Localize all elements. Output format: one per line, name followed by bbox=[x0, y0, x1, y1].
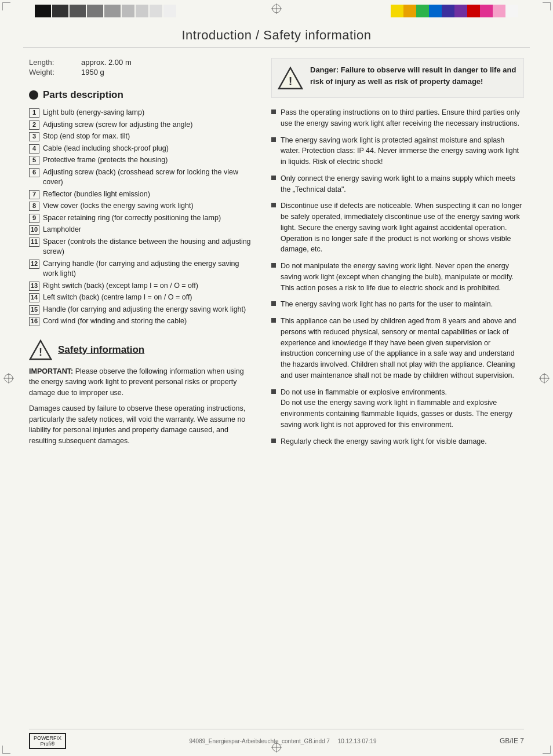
part-description: View cover (locks the energy saving work… bbox=[43, 201, 255, 211]
part-description: Right switch (back) (except lamp I = on … bbox=[43, 281, 255, 291]
safety-body: IMPORTANT: Please observe the following … bbox=[29, 366, 255, 447]
bullet-text: Only connect the energy saving work ligh… bbox=[281, 173, 524, 195]
list-item: 11Spacer (controls the distance between … bbox=[29, 237, 255, 257]
part-number: 1 bbox=[29, 108, 39, 118]
list-item: 3Stop (end stop for max. tilt) bbox=[29, 132, 255, 142]
list-item: 8View cover (locks the energy saving wor… bbox=[29, 201, 255, 211]
safety-important: IMPORTANT: Please observe the following … bbox=[29, 366, 255, 399]
list-item: 9Spacer retaining ring (for correctly po… bbox=[29, 213, 255, 224]
list-item: Only connect the energy saving work ligh… bbox=[271, 173, 524, 195]
main-content: Length:approx. 2.00 mWeight:1950 g Parts… bbox=[29, 52, 524, 721]
part-number: 5 bbox=[29, 156, 39, 165]
part-description: Spacer (controls the distance between th… bbox=[43, 237, 255, 257]
part-description: Cord wind (for winding and storing the c… bbox=[43, 316, 255, 327]
footer-file: 94089_Energiespar-Arbeitsleuchte_content… bbox=[189, 738, 376, 744]
part-number: 2 bbox=[29, 120, 39, 130]
list-item: 12Carrying handle (for carrying and adju… bbox=[29, 259, 255, 279]
part-number: 10 bbox=[29, 225, 39, 235]
corner-mark-br bbox=[543, 746, 551, 754]
bullet-text: This appliance can be used by children a… bbox=[281, 316, 524, 381]
part-description: Protective frame (protects the housing) bbox=[43, 155, 255, 166]
part-number: 14 bbox=[29, 293, 39, 302]
list-item: Do not manipulate the energy saving work… bbox=[271, 261, 524, 293]
bullet-icon bbox=[271, 389, 276, 394]
list-item: Do not use in flammable or explosive env… bbox=[271, 387, 524, 430]
part-number: 15 bbox=[29, 305, 39, 315]
safety-header: ! Safety information bbox=[29, 339, 255, 360]
part-number: 11 bbox=[29, 238, 39, 247]
list-item: 10Lampholder bbox=[29, 225, 255, 235]
part-number: 7 bbox=[29, 190, 39, 199]
parts-section-header: Parts description bbox=[29, 89, 255, 101]
list-item: 6Adjusting screw (back) (crosshead screw… bbox=[29, 167, 255, 188]
bullet-text: Discontinue use if defects are noticeabl… bbox=[281, 200, 524, 255]
bullet-icon bbox=[271, 439, 276, 443]
list-item: The energy saving work light is protecte… bbox=[271, 135, 524, 167]
safety-title: Safety information bbox=[58, 344, 144, 356]
part-description: Light bulb (energy-saving lamp) bbox=[43, 108, 255, 118]
spec-label: Length: bbox=[29, 58, 75, 67]
list-item: 16Cord wind (for winding and storing the… bbox=[29, 316, 255, 327]
part-number: 4 bbox=[29, 144, 39, 154]
page-title: Introduction / Safety information bbox=[23, 28, 530, 48]
part-number: 9 bbox=[29, 214, 39, 223]
spec-value: approx. 2.00 m bbox=[81, 58, 255, 67]
list-item: 1Light bulb (energy-saving lamp) bbox=[29, 108, 255, 118]
list-item: 2Adjusting screw (screw for adjusting th… bbox=[29, 120, 255, 130]
reg-mark-left bbox=[3, 373, 14, 384]
part-description: Cable (lead including shock-proof plug) bbox=[43, 144, 255, 154]
part-number: 6 bbox=[29, 168, 39, 177]
part-description: Handle (for carrying and adjusting the e… bbox=[43, 305, 255, 315]
bullet-text: Do not use in flammable or explosive env… bbox=[281, 387, 524, 430]
top-color-bar bbox=[391, 5, 518, 17]
part-description: Reflector (bundles light emission) bbox=[43, 189, 255, 200]
bullet-text: Regularly check the energy saving work l… bbox=[281, 436, 487, 447]
spec-label: Weight: bbox=[29, 68, 75, 76]
footer: POWERFIX Profi® 94089_Energiespar-Arbeit… bbox=[29, 729, 524, 749]
list-item: The energy saving work light has no part… bbox=[271, 299, 524, 310]
bullet-icon bbox=[271, 263, 276, 268]
list-item: 5Protective frame (protects the housing) bbox=[29, 155, 255, 166]
part-description: Lampholder bbox=[43, 225, 255, 235]
bullet-text: The energy saving work light has no part… bbox=[281, 299, 493, 310]
footer-page: GB/IE 7 bbox=[500, 737, 524, 745]
safety-body-text: Damages caused by failure to observe the… bbox=[29, 403, 255, 447]
list-item: 15Handle (for carrying and adjusting the… bbox=[29, 305, 255, 315]
svg-text:!: ! bbox=[39, 346, 42, 358]
bullet-icon bbox=[271, 137, 276, 142]
corner-mark-tl bbox=[2, 2, 10, 10]
bullet-list: Pass the operating instructions on to th… bbox=[271, 107, 524, 447]
danger-box: ! Danger: Failure to observe will result… bbox=[271, 58, 524, 98]
reg-mark-right bbox=[539, 373, 550, 384]
part-number: 12 bbox=[29, 260, 39, 269]
specs-table: Length:approx. 2.00 mWeight:1950 g bbox=[29, 58, 255, 76]
important-label: IMPORTANT: bbox=[29, 367, 73, 375]
parts-title: Parts description bbox=[43, 89, 123, 101]
list-item: 13Right switch (back) (except lamp I = o… bbox=[29, 281, 255, 291]
list-item: Regularly check the energy saving work l… bbox=[271, 436, 524, 447]
corner-mark-tr bbox=[543, 2, 551, 10]
part-description: Adjusting screw (screw for adjusting the… bbox=[43, 120, 255, 130]
part-description: Spacer retaining ring (for correctly pos… bbox=[43, 213, 255, 224]
list-item: 4Cable (lead including shock-proof plug) bbox=[29, 144, 255, 154]
spec-value: 1950 g bbox=[81, 68, 255, 76]
bullet-text: The energy saving work light is protecte… bbox=[281, 135, 524, 167]
list-item: Pass the operating instructions on to th… bbox=[271, 107, 524, 129]
bullet-icon bbox=[271, 176, 276, 180]
parts-dot-icon bbox=[29, 90, 38, 100]
top-black-bar bbox=[35, 5, 176, 17]
footer-logo: POWERFIX Profi® bbox=[29, 733, 66, 749]
safety-section: ! Safety information IMPORTANT: Please o… bbox=[29, 339, 255, 447]
part-number: 8 bbox=[29, 202, 39, 211]
right-column: ! Danger: Failure to observe will result… bbox=[271, 52, 524, 721]
bullet-icon bbox=[271, 318, 276, 323]
list-item: Discontinue use if defects are noticeabl… bbox=[271, 200, 524, 255]
list-item: 7Reflector (bundles light emission) bbox=[29, 189, 255, 200]
danger-triangle-icon: ! bbox=[278, 67, 303, 92]
bullet-text: Do not manipulate the energy saving work… bbox=[281, 261, 524, 293]
reg-mark-top bbox=[271, 3, 282, 14]
part-description: Carrying handle (for carrying and adjust… bbox=[43, 259, 255, 279]
warning-triangle-icon: ! bbox=[29, 339, 52, 360]
bullet-icon bbox=[271, 203, 276, 207]
logo-text: POWERFIX bbox=[34, 735, 61, 741]
